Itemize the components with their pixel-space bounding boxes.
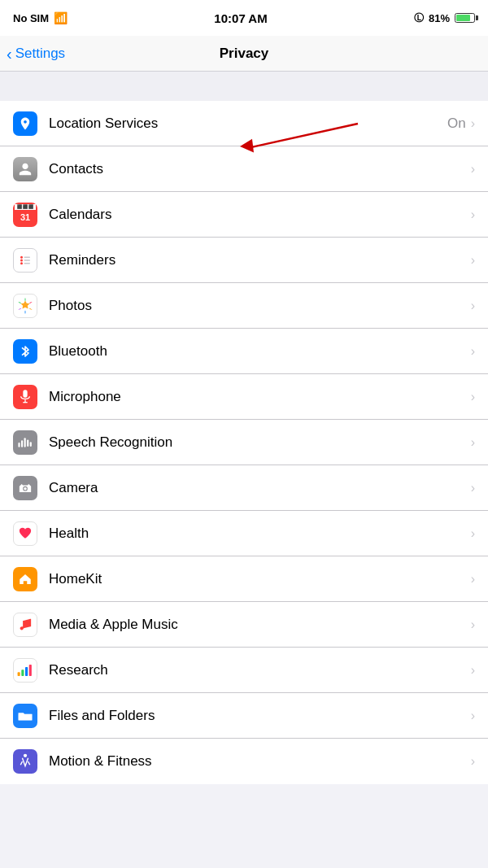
location-services-chevron-icon: › — [471, 116, 475, 131]
speech-recognition-label: Speech Recognition — [49, 434, 471, 451]
settings-section: Location Services On › Contacts › ⬛⬛⬛ 31 — [0, 101, 488, 784]
list-item[interactable]: Location Services On › — [0, 101, 488, 146]
svg-rect-23 — [29, 664, 32, 675]
location-services-icon — [13, 111, 37, 136]
bluetooth-label: Bluetooth — [49, 343, 471, 360]
carrier-label: No SIM — [13, 12, 49, 24]
list-item[interactable]: Motion & Fitness › — [0, 739, 488, 784]
list-item[interactable]: Microphone › — [0, 374, 488, 420]
homekit-label: HomeKit — [49, 571, 471, 587]
svg-rect-22 — [25, 667, 28, 676]
homekit-icon — [13, 567, 37, 591]
back-label: Settings — [15, 46, 65, 62]
camera-label: Camera — [49, 480, 471, 496]
calendars-icon: ⬛⬛⬛ 31 — [13, 203, 37, 227]
motion-fitness-label: Motion & Fitness — [49, 753, 471, 770]
calendars-chevron-icon: › — [471, 207, 475, 222]
microphone-label: Microphone — [49, 389, 471, 405]
battery-icon — [455, 13, 475, 23]
list-item[interactable]: HomeKit › — [0, 556, 488, 602]
files-and-folders-label: Files and Folders — [49, 708, 471, 724]
list-item[interactable]: Bluetooth › — [0, 329, 488, 374]
back-chevron-icon: ‹ — [7, 46, 12, 62]
research-icon — [13, 658, 37, 683]
wifi-icon: 📶 — [54, 11, 68, 24]
files-and-folders-icon — [13, 704, 37, 728]
health-chevron-icon: › — [471, 526, 475, 541]
health-icon — [13, 521, 37, 546]
svg-rect-21 — [21, 670, 24, 676]
media-apple-music-icon — [13, 613, 37, 637]
bluetooth-icon — [13, 339, 37, 364]
svg-rect-15 — [30, 442, 32, 447]
media-apple-music-chevron-icon: › — [471, 617, 475, 632]
photos-chevron-icon: › — [471, 299, 475, 313]
svg-point-25 — [24, 754, 27, 757]
photos-label: Photos — [49, 298, 471, 314]
svg-rect-13 — [24, 438, 26, 447]
camera-icon — [13, 476, 37, 500]
media-apple-music-label: Media & Apple Music — [49, 617, 471, 633]
list-item[interactable]: Files and Folders › — [0, 693, 488, 739]
speech-recognition-chevron-icon: › — [471, 435, 475, 450]
motion-fitness-chevron-icon: › — [471, 754, 475, 769]
contacts-chevron-icon: › — [471, 162, 475, 177]
battery-fill — [456, 15, 470, 21]
svg-rect-12 — [21, 440, 23, 447]
list-item[interactable]: Photos › — [0, 283, 488, 329]
contacts-label: Contacts — [49, 161, 471, 177]
camera-chevron-icon: › — [471, 481, 475, 495]
svg-point-17 — [24, 486, 27, 490]
svg-point-4 — [20, 259, 23, 261]
list-item[interactable]: ⬛⬛⬛ 31 Calendars › — [0, 192, 488, 238]
back-button[interactable]: ‹ Settings — [7, 46, 65, 62]
list-item[interactable]: Camera › — [0, 465, 488, 511]
reminders-label: Reminders — [49, 252, 471, 268]
status-left: No SIM 📶 — [13, 11, 68, 24]
svg-rect-8 — [23, 390, 27, 397]
list-item[interactable]: Health › — [0, 511, 488, 556]
svg-rect-3 — [24, 256, 31, 258]
status-bar: No SIM 📶 10:07 AM Ⓛ 81% — [0, 0, 488, 36]
nav-bar: ‹ Settings Privacy — [0, 36, 488, 72]
settings-list: Location Services On › Contacts › ⬛⬛⬛ 31 — [0, 101, 488, 784]
location-status-icon: Ⓛ — [414, 11, 424, 25]
microphone-icon — [13, 385, 37, 409]
list-item[interactable]: Speech Recognition › — [0, 420, 488, 465]
files-and-folders-chevron-icon: › — [471, 709, 475, 723]
svg-point-2 — [20, 255, 23, 258]
svg-rect-11 — [18, 443, 20, 447]
battery-percent: 81% — [429, 12, 450, 24]
homekit-chevron-icon: › — [471, 572, 475, 587]
reminders-chevron-icon: › — [471, 253, 475, 268]
list-item[interactable]: Contacts › — [0, 146, 488, 192]
bluetooth-chevron-icon: › — [471, 344, 475, 359]
contacts-icon — [13, 157, 37, 181]
photos-icon — [13, 294, 37, 318]
list-item[interactable]: Research › — [0, 648, 488, 693]
speech-recognition-icon — [13, 430, 37, 455]
location-services-label: Location Services — [49, 116, 447, 132]
status-time: 10:07 AM — [214, 11, 267, 25]
microphone-chevron-icon: › — [471, 390, 475, 404]
svg-rect-5 — [24, 260, 31, 261]
status-right: Ⓛ 81% — [414, 11, 475, 25]
calendars-label: Calendars — [49, 207, 471, 223]
reminders-icon — [13, 248, 37, 273]
location-services-value: On — [447, 116, 466, 132]
page-title: Privacy — [220, 46, 269, 62]
motion-fitness-icon — [13, 749, 37, 774]
list-item[interactable]: Media & Apple Music › — [0, 602, 488, 648]
health-label: Health — [49, 526, 471, 542]
research-label: Research — [49, 662, 471, 678]
list-item[interactable]: Reminders › — [0, 238, 488, 283]
svg-rect-20 — [18, 672, 20, 676]
svg-rect-24 — [19, 713, 33, 720]
svg-rect-7 — [24, 263, 31, 264]
svg-point-6 — [20, 262, 23, 264]
research-chevron-icon: › — [471, 663, 475, 678]
svg-rect-14 — [27, 439, 28, 447]
section-spacer — [0, 72, 488, 101]
